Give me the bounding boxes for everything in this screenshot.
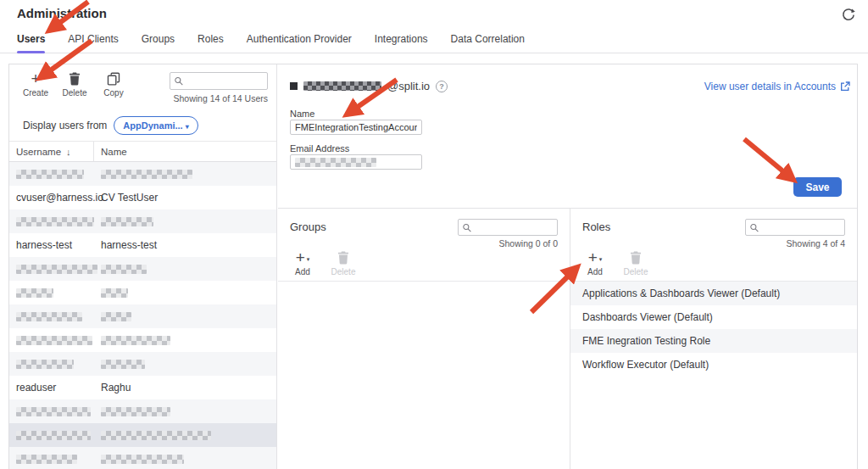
- redacted-text: [101, 336, 170, 345]
- groups-delete-button[interactable]: Delete: [331, 250, 356, 276]
- roles-showing-count: Showing 4 of 4: [570, 236, 857, 248]
- admin-card: + Create Delete Copy: [8, 64, 858, 469]
- table-row[interactable]: [9, 304, 276, 328]
- groups-showing-count: Showing 0 of 0: [278, 236, 570, 248]
- copy-label: Copy: [103, 88, 123, 98]
- roles-delete-button[interactable]: Delete: [623, 250, 648, 276]
- email-field[interactable]: [290, 154, 422, 170]
- users-table-body: cvuser@harness.ioCV TestUserharness-test…: [9, 162, 276, 469]
- redacted-text: [101, 360, 145, 369]
- scope-dropdown-value: AppDynami...: [123, 120, 182, 131]
- redacted-text: [16, 455, 77, 464]
- trash-icon: [337, 250, 349, 265]
- roles-title: Roles: [582, 219, 610, 233]
- roles-delete-label: Delete: [624, 267, 648, 276]
- search-icon: [174, 75, 184, 87]
- copy-user-button[interactable]: Copy: [101, 71, 126, 105]
- list-item[interactable]: Applications & Dashboards Viewer (Defaul…: [570, 282, 857, 305]
- email-label: Email Address: [290, 143, 349, 154]
- table-row[interactable]: [9, 162, 276, 186]
- membership-section: Groups Showing 0 of 0 +▾ Add: [278, 209, 857, 469]
- refresh-icon[interactable]: [841, 7, 856, 22]
- name-label: Name: [290, 109, 314, 119]
- redacted-text: [101, 170, 192, 179]
- external-link-icon: [840, 81, 850, 92]
- redacted-email-local: [303, 81, 381, 91]
- display-users-row: Display users from AppDynami... ▾: [23, 115, 276, 136]
- column-name[interactable]: Name: [94, 147, 276, 157]
- redacted-text: [16, 170, 84, 179]
- roles-search-input[interactable]: [760, 222, 841, 232]
- table-row[interactable]: [9, 447, 276, 469]
- roles-add-button[interactable]: +▾ Add: [582, 250, 608, 276]
- redacted-text: [16, 407, 91, 416]
- tab-data-correlation[interactable]: Data Correlation: [451, 33, 525, 53]
- redacted-text: [16, 336, 92, 345]
- table-row[interactable]: [9, 423, 276, 447]
- users-search-input[interactable]: [184, 76, 264, 87]
- display-users-label: Display users from: [23, 120, 107, 131]
- create-user-button[interactable]: + Create: [23, 71, 48, 105]
- help-icon[interactable]: ?: [436, 81, 448, 92]
- table-row[interactable]: [9, 352, 276, 376]
- avatar: [290, 82, 298, 90]
- search-icon: [462, 222, 472, 233]
- tab-roles[interactable]: Roles: [198, 33, 224, 53]
- trash-icon: [69, 71, 81, 87]
- redacted-text: [16, 265, 97, 274]
- name-field[interactable]: [290, 120, 422, 135]
- page-title: Administration: [17, 6, 107, 20]
- users-showing-count: Showing 14 of 14 Users: [174, 93, 268, 103]
- redacted-text: [16, 217, 94, 226]
- list-item[interactable]: Dashboards Viewer (Default): [570, 305, 857, 329]
- list-item[interactable]: FME Inegration Testing Role: [570, 329, 857, 353]
- redacted-text: [101, 431, 211, 440]
- redacted-email-value: [295, 158, 376, 167]
- tab-integrations[interactable]: Integrations: [375, 33, 428, 53]
- column-username[interactable]: Username: [16, 147, 61, 157]
- delete-user-button[interactable]: Delete: [62, 71, 87, 105]
- tab-groups[interactable]: Groups: [142, 33, 175, 53]
- table-row[interactable]: readuserRaghu: [9, 376, 276, 399]
- list-item[interactable]: Workflow Executor (Default): [570, 353, 857, 377]
- groups-search: [458, 219, 558, 236]
- sort-desc-icon[interactable]: ↓: [66, 147, 71, 157]
- tab-users[interactable]: Users: [17, 33, 45, 53]
- view-accounts-link[interactable]: View user details in Accounts: [704, 81, 850, 92]
- groups-add-label: Add: [295, 267, 310, 276]
- table-row[interactable]: [9, 209, 276, 233]
- users-toolbar: + Create Delete Copy: [9, 64, 276, 105]
- redacted-text: [101, 407, 170, 416]
- chevron-down-icon: ▾: [186, 123, 189, 131]
- redacted-text: [16, 288, 53, 298]
- users-panel: + Create Delete Copy: [9, 64, 277, 469]
- roles-add-label: Add: [587, 267, 603, 276]
- table-row[interactable]: [9, 257, 276, 281]
- redacted-text: [16, 360, 74, 369]
- plus-icon: +: [588, 251, 598, 265]
- table-row[interactable]: [9, 399, 276, 423]
- table-row[interactable]: cvuser@harness.ioCV TestUser: [9, 186, 276, 209]
- view-accounts-label: View user details in Accounts: [704, 81, 836, 92]
- table-row[interactable]: harness-testharness-test: [9, 233, 276, 257]
- tab-authentication-provider[interactable]: Authentication Provider: [247, 33, 352, 53]
- create-label: Create: [23, 88, 48, 98]
- table-row[interactable]: [9, 328, 276, 352]
- groups-add-button[interactable]: +▾ Add: [290, 250, 315, 276]
- users-search: [170, 72, 268, 90]
- copy-icon: [107, 71, 120, 87]
- save-button[interactable]: Save: [793, 177, 842, 197]
- delete-label: Delete: [63, 88, 87, 98]
- search-icon: [749, 222, 760, 233]
- groups-delete-label: Delete: [331, 267, 356, 276]
- groups-search-input[interactable]: [472, 222, 554, 232]
- tab-api-clients[interactable]: API Clients: [68, 33, 118, 53]
- redacted-text: [101, 288, 128, 298]
- chevron-down-icon: ▾: [599, 254, 603, 263]
- table-row[interactable]: [9, 281, 276, 304]
- groups-panel: Groups Showing 0 of 0 +▾ Add: [278, 209, 570, 469]
- chevron-down-icon: ▾: [307, 254, 310, 263]
- scope-dropdown[interactable]: AppDynami... ▾: [114, 116, 198, 135]
- roles-panel: Roles Showing 4 of 4 +▾ Add: [570, 209, 857, 469]
- plus-icon: +: [31, 71, 40, 87]
